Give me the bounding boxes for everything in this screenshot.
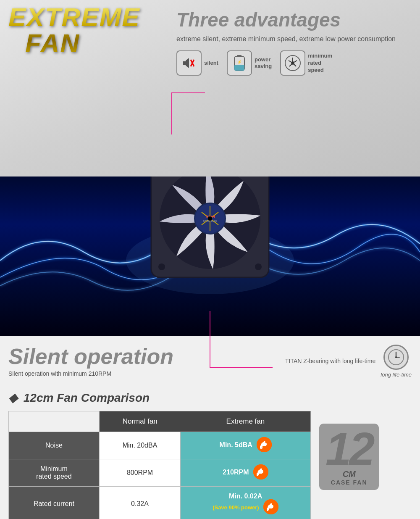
rated-current-normal-value: 0.32A (99, 487, 181, 519)
table-header-row: Normal fan Extreme fan (9, 411, 311, 432)
advantages-icons: silent ⚡ powersaving (176, 50, 412, 76)
svg-text:Win: Win (268, 509, 274, 512)
fan-section: TITAN 12V DC 2A CE (0, 177, 420, 336)
badge-unit-area: CM (343, 469, 356, 479)
svg-point-33 (395, 356, 397, 358)
table-row: Noise Min. 20dBA Min. 5dBA Win (9, 432, 311, 459)
table-row: Rated current 0.32A Min. 0.02A (Save 90%… (9, 487, 311, 519)
brand-title: EXTREME FAN (8, 4, 160, 56)
comparison-section: ◆ 12cm Fan Comparison Normal fan Extreme… (0, 387, 420, 519)
silent-icon-box (176, 50, 202, 76)
table-row: Minimumrated speed 800RPM 210RPM Win (9, 459, 311, 487)
badge-number: 12 (326, 428, 373, 469)
comparison-title: ◆ 12cm Fan Comparison (8, 391, 412, 405)
svg-text:Win: Win (261, 447, 267, 450)
comparison-table: Normal fan Extreme fan Noise Min. 20dBA … (8, 411, 311, 519)
noise-normal-value: Min. 20dBA (99, 432, 181, 459)
win-badge-speed: Win (253, 464, 268, 479)
title-line1: EXTREME (8, 3, 140, 32)
noise-label: Noise (9, 432, 100, 459)
badge-unit: CM (343, 469, 356, 479)
svg-marker-0 (186, 58, 189, 68)
title-line2: FAN (8, 29, 80, 58)
svg-rect-5 (237, 55, 242, 57)
min-speed-label: Minimumrated speed (9, 459, 100, 487)
power-saving-label: powersaving (255, 56, 272, 71)
advantages-title: Three advantages (176, 8, 412, 31)
win-badge-noise: Win (257, 437, 272, 452)
comparison-title-text: 12cm Fan Comparison (24, 391, 150, 404)
advantages-desc: extreme silent, extreme minimum speed, e… (176, 34, 412, 44)
zbearing-text: TITAN Z-bearing with long life-time (285, 358, 375, 364)
pink-bracket-horizontal (171, 92, 205, 93)
pink-bracket-vertical (171, 92, 172, 134)
pink-line-silent-top (210, 336, 210, 368)
silent-label: silent (204, 60, 218, 67)
header-empty-cell (9, 411, 100, 432)
svg-rect-1 (183, 61, 186, 65)
rated-current-extreme-value: Min. 0.02A (Save 90% power) Win (181, 487, 311, 519)
min-speed-normal-value: 800RPM (99, 459, 181, 487)
zbearing-info: TITAN Z-bearing with long life-time long… (285, 345, 412, 378)
noise-extreme-value: Min. 5dBA Win (181, 432, 311, 459)
three-advantages: Three advantages extreme silent, extreme… (176, 8, 412, 76)
svg-point-19 (158, 263, 165, 270)
comparison-wrapper: Normal fan Extreme fan Noise Min. 20dBA … (8, 411, 412, 519)
min-speed-icon-box (280, 50, 305, 76)
svg-text:Win: Win (258, 474, 264, 477)
min-speed-label: minimumratedspeed (308, 53, 332, 74)
pink-line-silent-h (210, 367, 273, 368)
power-saving-icon-item: ⚡ powersaving (227, 50, 272, 76)
min-speed-icon-item: minimumratedspeed (280, 50, 332, 76)
header-normal-fan: Normal fan (99, 411, 181, 432)
svg-rect-6 (234, 65, 244, 71)
save-power-text: (Save 90% power) (213, 504, 259, 511)
brand-title-area: EXTREME FAN (8, 4, 160, 56)
fan-image: TITAN 12V DC 2A CE (143, 177, 277, 286)
header-extreme-fan: Extreme fan (181, 411, 311, 432)
diamond-icon: ◆ (8, 391, 18, 404)
badge-label: CASE FAN (331, 479, 368, 486)
silent-section: Silent operation Silent operation with m… (0, 336, 420, 387)
min-speed-extreme-value: 210RPM Win (181, 459, 311, 487)
twelve-cm-badge: 12 CM CASE FAN (319, 424, 379, 490)
svg-text:⚡: ⚡ (237, 59, 242, 65)
fan-svg: TITAN 12V DC 2A CE (143, 177, 277, 286)
clock-icon (383, 345, 409, 370)
rated-current-label: Rated current (9, 487, 100, 519)
clock-area: long life-time (381, 345, 412, 378)
svg-point-29 (208, 216, 212, 221)
pink-line-fan-bottom (210, 311, 210, 336)
svg-point-20 (255, 263, 262, 270)
win-badge-current: Win (263, 499, 278, 514)
zbearing-text-area: TITAN Z-bearing with long life-time (285, 357, 375, 366)
long-lifetime-label: long life-time (381, 371, 412, 378)
power-saving-icon-box: ⚡ (227, 50, 252, 76)
silent-icon-item: silent (176, 50, 218, 76)
top-section: EXTREME FAN Three advantages extreme sil… (0, 0, 420, 177)
